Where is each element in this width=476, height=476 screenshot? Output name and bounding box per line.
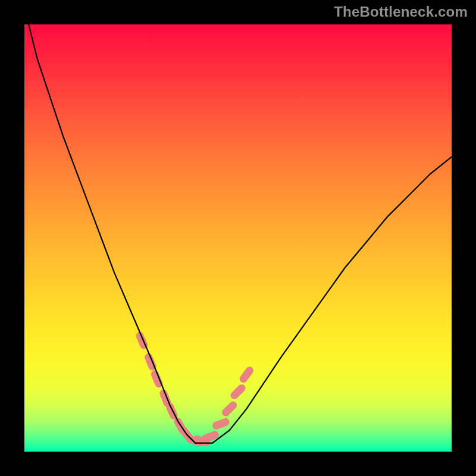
highlight-marker (211, 417, 231, 431)
watermark-text: TheBottleneck.com (334, 4, 468, 20)
highlight-marker (229, 383, 247, 400)
highlight-marker (220, 400, 238, 418)
chart-plot-area (24, 24, 452, 452)
frame-left (0, 0, 24, 476)
highlight-marker (238, 365, 255, 384)
highlight-marker (201, 430, 220, 444)
highlight-markers-group (135, 331, 255, 447)
frame-bottom (0, 452, 476, 476)
frame-right (452, 0, 476, 476)
chart-svg (24, 24, 452, 452)
